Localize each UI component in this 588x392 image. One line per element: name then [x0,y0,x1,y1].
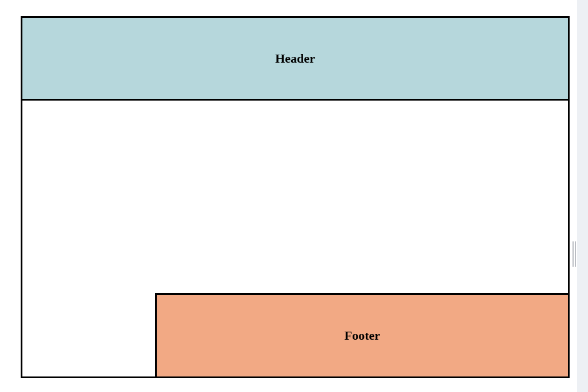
content-region: Footer [22,101,568,376]
footer-label: Footer [345,328,380,343]
header-region: Header [22,18,568,101]
footer-region: Footer [155,293,570,378]
resize-handle-icon[interactable] [572,241,576,267]
layout-container: Header Footer [21,16,570,378]
page-canvas: Header Footer [0,0,577,392]
header-label: Header [275,51,315,66]
